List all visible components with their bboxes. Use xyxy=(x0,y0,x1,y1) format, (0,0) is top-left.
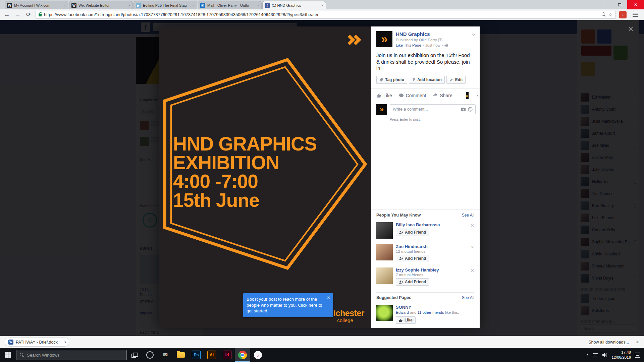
dismiss-suggestion-icon[interactable]: ✕ xyxy=(471,223,474,228)
page-avatar[interactable]: » xyxy=(376,31,392,47)
tray-expand-icon[interactable]: ∧ xyxy=(586,353,589,357)
tab-editing-video[interactable]: ▶ Editing Pt.5 The Final Stag × xyxy=(133,1,197,9)
post-tools: Tag photo Add location Edit xyxy=(371,76,480,88)
network-icon[interactable] xyxy=(593,353,598,357)
comment-input-box[interactable] xyxy=(390,104,476,114)
boost-post-tooltip[interactable]: Boost your post to reach more of the peo… xyxy=(243,293,333,317)
like-action[interactable]: Like xyxy=(376,93,392,98)
taskbar-itunes[interactable]: ♪ xyxy=(250,348,266,362)
like-page-button[interactable]: Like xyxy=(396,316,416,324)
comment-input[interactable] xyxy=(393,107,459,112)
theater-close-icon[interactable]: ✕ xyxy=(628,25,634,34)
hnd-chevrons-logo xyxy=(346,34,364,49)
url-text: https://www.facebook.com/1strongisland/p… xyxy=(44,12,599,17)
share-action[interactable]: Share xyxy=(433,93,452,98)
share-arrow-icon xyxy=(433,93,438,98)
taskbar-file-explorer[interactable] xyxy=(173,348,189,362)
mutual-friends: 12 mutual friends xyxy=(396,249,429,253)
suggested-pages-section: Suggested Pages See All SONNY Edward and… xyxy=(376,292,474,326)
person-name-link[interactable]: Izzy Sophie Hambley xyxy=(396,267,439,273)
person-name-link[interactable]: Billy Isca Barbarossa xyxy=(396,222,440,227)
pymk-see-all-link[interactable]: See All xyxy=(462,213,474,218)
download-extension-icon[interactable]: ↓ xyxy=(619,11,627,18)
dismiss-suggestion-icon[interactable]: ✕ xyxy=(471,268,474,273)
tab-wix-editor[interactable]: W Wix Website Editor × xyxy=(69,1,133,9)
add-friend-button[interactable]: Add Friend xyxy=(396,278,429,286)
close-window-button[interactable]: ✕ xyxy=(627,0,644,9)
tab-outlook-mail[interactable]: ✉ Mail - Oliver Parry - Outlo × xyxy=(198,1,262,9)
post-options-chevron-icon[interactable] xyxy=(472,32,475,36)
tab-close-icon[interactable]: × xyxy=(257,3,259,7)
taskbar-photoshop[interactable]: Ps xyxy=(189,348,204,362)
close-shelf-icon[interactable]: ✕ xyxy=(636,340,639,345)
page-content: f Graphic de Search See Mo Want more ✆ A… xyxy=(0,20,644,336)
date: 12/06/2016 xyxy=(611,355,631,360)
taskbar-app-circle[interactable] xyxy=(142,348,158,362)
add-location-button[interactable]: Add location xyxy=(409,76,445,84)
poster-line: 4:00 -7:00 xyxy=(173,172,317,191)
tab-close-icon[interactable]: × xyxy=(322,3,324,7)
download-item[interactable]: W PATHWAY - Brief.docx ▾ xyxy=(5,338,69,347)
edit-button[interactable]: Edit xyxy=(446,76,466,84)
taskbar-indesign[interactable]: Id xyxy=(219,348,235,362)
suggested-see-all-link[interactable]: See All xyxy=(462,295,474,300)
poster-line: HND GRAPHICS xyxy=(173,134,317,153)
taskbar-chrome[interactable] xyxy=(235,348,250,362)
action-center-icon[interactable] xyxy=(635,353,640,358)
address-bar[interactable]: https://www.facebook.com/1strongisland/p… xyxy=(36,11,616,19)
add-friend-button[interactable]: Add Friend xyxy=(396,255,429,262)
windows-logo-icon xyxy=(5,352,11,358)
forward-button[interactable]: → xyxy=(14,11,21,18)
zoom-icon[interactable] xyxy=(602,12,606,17)
camera-icon[interactable] xyxy=(461,107,466,111)
browser-menu-icon[interactable] xyxy=(633,14,638,15)
page-name-link[interactable]: HND Graphics xyxy=(396,31,448,37)
commenting-as-caret-icon[interactable]: ▾ xyxy=(477,94,478,97)
tab-wix-account[interactable]: W My Account | Wix.com × xyxy=(5,1,68,9)
download-options-caret[interactable]: ▾ xyxy=(61,338,69,346)
tab-title: Editing Pt.5 The Final Stag xyxy=(143,3,191,7)
bookmark-star-icon[interactable]: ☆ xyxy=(608,12,613,17)
commenting-as-avatar[interactable]: » xyxy=(466,92,469,99)
tag-photo-button[interactable]: Tag photo xyxy=(376,76,407,84)
taskbar-search-box[interactable] xyxy=(16,350,127,360)
suggested-page-avatar[interactable] xyxy=(376,305,393,321)
tooltip-close-icon[interactable]: ✕ xyxy=(327,295,330,301)
comment-action[interactable]: Comment xyxy=(399,93,426,98)
download-item-main[interactable]: W PATHWAY - Brief.docx xyxy=(5,340,61,345)
person-name-link[interactable]: Zoe Hindmarsh xyxy=(396,244,429,249)
tab-close-icon[interactable]: × xyxy=(193,3,195,7)
show-all-downloads-link[interactable]: Show all downloads... xyxy=(588,340,629,345)
taskbar-mail-app[interactable]: ✉ xyxy=(158,348,173,362)
taskbar-clock[interactable]: 17:48 12/06/2016 xyxy=(611,350,631,360)
tab-title: (1) HND Graphics xyxy=(272,3,320,7)
dismiss-suggestion-icon[interactable]: ✕ xyxy=(471,245,474,250)
taskbar-search-input[interactable] xyxy=(27,353,123,358)
person-avatar[interactable] xyxy=(376,267,393,284)
tab-close-icon[interactable]: × xyxy=(128,3,130,7)
maximize-button[interactable] xyxy=(612,0,627,9)
taskbar-illustrator[interactable]: Ai xyxy=(204,348,219,362)
like-this-page-link[interactable]: Like This Page xyxy=(396,43,421,47)
friend-link[interactable]: Edward xyxy=(396,310,409,314)
search-icon xyxy=(20,353,24,357)
person-avatar[interactable] xyxy=(376,222,393,239)
smiley-icon[interactable] xyxy=(468,107,473,112)
suggested-page-name-link[interactable]: SONNY xyxy=(396,305,459,310)
volume-icon[interactable] xyxy=(602,353,607,357)
minimize-button[interactable]: – xyxy=(596,0,612,9)
friends-link[interactable]: 11 other friends xyxy=(418,310,444,314)
reload-button[interactable]: ⟳ xyxy=(25,11,32,18)
task-view-button[interactable] xyxy=(127,348,142,362)
photo-stage[interactable]: HND GRAPHICS EXHIBITION 4:00 -7:00 15th … xyxy=(159,26,371,328)
tab-close-icon[interactable]: × xyxy=(64,3,66,7)
browser-tab-strip: W My Account | Wix.com × W Wix Website E… xyxy=(0,0,644,9)
chevron-icon xyxy=(351,35,361,45)
tab-hnd-graphics[interactable]: f (1) HND Graphics × xyxy=(262,1,326,9)
pymk-suggestion-row: Izzy Sophie Hambley 7 mutual friends Add… xyxy=(376,265,474,288)
start-button[interactable] xyxy=(0,348,16,362)
back-button[interactable]: ← xyxy=(3,11,11,18)
add-friend-button[interactable]: Add Friend xyxy=(396,229,429,236)
person-avatar[interactable] xyxy=(376,244,393,260)
comment-bubble-icon xyxy=(399,93,404,98)
